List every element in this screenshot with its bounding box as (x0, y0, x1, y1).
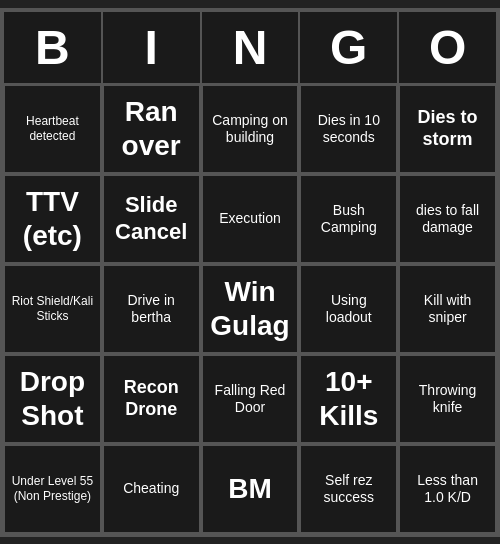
cell-text: Recon Drone (110, 377, 193, 420)
cell-text: Drop Shot (11, 365, 94, 432)
bingo-cell[interactable]: Slide Cancel (102, 174, 201, 264)
bingo-header: BINGO (3, 11, 497, 84)
bingo-cell[interactable]: Less than 1.0 K/D (398, 444, 497, 534)
bingo-cell[interactable]: 10+ Kills (299, 354, 398, 444)
header-letter: O (398, 11, 497, 84)
cell-text: Slide Cancel (110, 192, 193, 245)
bingo-cell[interactable]: Using loadout (299, 264, 398, 354)
bingo-cell[interactable]: Dies to storm (398, 84, 497, 174)
cell-text: dies to fall damage (406, 202, 489, 236)
cell-text: Ran over (110, 95, 193, 162)
bingo-cell[interactable]: Recon Drone (102, 354, 201, 444)
bingo-cell[interactable]: BM (201, 444, 300, 534)
bingo-cell[interactable]: Drop Shot (3, 354, 102, 444)
bingo-cell[interactable]: Riot Shield/Kali Sticks (3, 264, 102, 354)
cell-text: TTV (etc) (11, 185, 94, 252)
bingo-cell[interactable]: TTV (etc) (3, 174, 102, 264)
cell-text: Win Gulag (209, 275, 292, 342)
bingo-cell[interactable]: Bush Camping (299, 174, 398, 264)
cell-text: Falling Red Door (209, 382, 292, 416)
cell-text: Dies to storm (406, 107, 489, 150)
cell-text: Riot Shield/Kali Sticks (11, 294, 94, 323)
header-letter: I (102, 11, 201, 84)
header-letter: N (201, 11, 300, 84)
bingo-cell[interactable]: dies to fall damage (398, 174, 497, 264)
bingo-card: BINGO Heartbeat detectedRan overCamping … (0, 8, 500, 537)
bingo-cell[interactable]: Camping on building (201, 84, 300, 174)
header-letter: G (299, 11, 398, 84)
header-letter: B (3, 11, 102, 84)
bingo-cell[interactable]: Win Gulag (201, 264, 300, 354)
bingo-cell[interactable]: Kill with sniper (398, 264, 497, 354)
bingo-cell[interactable]: Drive in bertha (102, 264, 201, 354)
cell-text: Cheating (123, 480, 179, 497)
cell-text: Heartbeat detected (11, 114, 94, 143)
cell-text: Camping on building (209, 112, 292, 146)
bingo-cell[interactable]: Dies in 10 seconds (299, 84, 398, 174)
cell-text: BM (228, 472, 272, 506)
bingo-grid: Heartbeat detectedRan overCamping on bui… (3, 84, 497, 534)
cell-text: Drive in bertha (110, 292, 193, 326)
cell-text: Self rez success (307, 472, 390, 506)
cell-text: Throwing knife (406, 382, 489, 416)
bingo-cell[interactable]: Throwing knife (398, 354, 497, 444)
cell-text: Bush Camping (307, 202, 390, 236)
cell-text: Kill with sniper (406, 292, 489, 326)
cell-text: Dies in 10 seconds (307, 112, 390, 146)
bingo-cell[interactable]: Cheating (102, 444, 201, 534)
bingo-cell[interactable]: Execution (201, 174, 300, 264)
cell-text: Less than 1.0 K/D (406, 472, 489, 506)
bingo-cell[interactable]: Heartbeat detected (3, 84, 102, 174)
bingo-cell[interactable]: Falling Red Door (201, 354, 300, 444)
bingo-cell[interactable]: Under Level 55 (Non Prestige) (3, 444, 102, 534)
cell-text: Under Level 55 (Non Prestige) (11, 474, 94, 503)
bingo-cell[interactable]: Ran over (102, 84, 201, 174)
cell-text: 10+ Kills (307, 365, 390, 432)
cell-text: Execution (219, 210, 280, 227)
cell-text: Using loadout (307, 292, 390, 326)
bingo-cell[interactable]: Self rez success (299, 444, 398, 534)
